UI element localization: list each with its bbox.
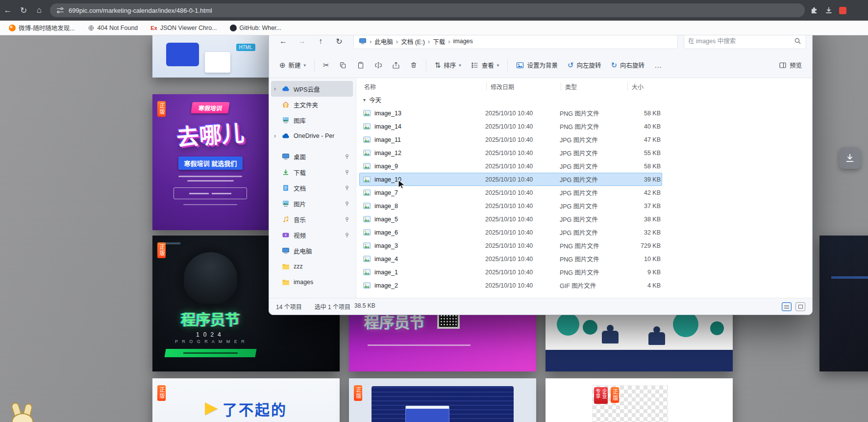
file-size: 32 KB	[626, 229, 661, 236]
sidebar-item-desktop[interactable]: 桌面	[271, 149, 353, 164]
address-bar[interactable]: 699pic.com/marketing-calendar/index/486-…	[50, 3, 805, 17]
breadcrumb-this-pc[interactable]: 此电脑	[374, 37, 393, 46]
table-row[interactable]: image_5 2025/10/10 10:40 JPG 图片文件 38 KB	[359, 212, 662, 226]
extension-avatar-icon[interactable]	[839, 7, 846, 14]
table-row[interactable]: image_3 2025/10/10 10:40 PNG 图片文件 729 KB	[359, 239, 662, 252]
bookmark-404[interactable]: 404 Not Found	[88, 25, 138, 31]
sidebar-item-gallery[interactable]: 图库	[271, 112, 353, 128]
column-header-date[interactable]: 修改日期	[486, 82, 561, 91]
table-row[interactable]: image_13 2025/10/10 10:40 PNG 图片文件 58 KB	[359, 106, 662, 120]
sidebar-item-onedrive[interactable]: › OneDrive - Per	[271, 128, 353, 144]
table-row[interactable]: image_9 2025/10/10 10:40 JPG 图片文件 58 KB	[359, 159, 662, 173]
nav-forward-button[interactable]: →	[294, 34, 310, 49]
table-row[interactable]: image_8 2025/10/10 10:40 JPG 图片文件 37 KB	[359, 199, 662, 212]
file-type: PNG 图片文件	[560, 254, 626, 264]
browser-refresh-button[interactable]: ↻	[16, 5, 31, 16]
poster-graphic	[205, 52, 230, 72]
image-file-icon	[363, 188, 371, 197]
poster-amazing[interactable]: 正版 了不起的	[152, 378, 340, 422]
gallery-icon	[282, 116, 290, 124]
preview-button[interactable]: 预览	[774, 57, 806, 73]
table-row[interactable]: image_6 2025/10/10 10:40 JPG 图片文件 32 KB	[359, 226, 662, 239]
more-options-button[interactable]: …	[650, 57, 666, 73]
details-view-toggle[interactable]	[782, 302, 792, 311]
mascot-graphic[interactable]	[9, 402, 37, 422]
share-button[interactable]	[388, 58, 404, 73]
sidebar-item-music[interactable]: 音乐	[271, 211, 353, 227]
this-pc-icon	[359, 37, 367, 45]
bookmark-weibo[interactable]: 微博-随时随地发现...	[9, 23, 75, 32]
downloads-icon[interactable]	[824, 6, 833, 15]
poster-code-editor[interactable]: 正版	[349, 378, 536, 422]
page-download-button[interactable]	[839, 147, 861, 169]
explorer-search-input[interactable]	[688, 38, 791, 45]
file-date: 2025/10/10 10:40	[485, 150, 560, 157]
sort-button[interactable]: ⇅ 排序 ▾	[430, 57, 466, 73]
sidebar-item-wps-cloud[interactable]: › WPS云盘	[271, 81, 353, 97]
sidebar-label: 音乐	[294, 215, 306, 224]
file-type: GIF 图片文件	[560, 281, 626, 290]
rotate-right-button[interactable]: ↻ 向右旋转	[606, 57, 649, 73]
column-header-type[interactable]: 类型	[561, 82, 627, 91]
breadcrumb[interactable]: › 此电脑 › 文档 (E:) › 下载 › images	[353, 33, 678, 49]
nav-back-button[interactable]: ←	[275, 34, 292, 49]
nav-up-button[interactable]: ↑	[312, 34, 329, 49]
rename-button[interactable]	[370, 58, 387, 73]
icons-view-toggle[interactable]	[795, 302, 805, 311]
paste-button[interactable]	[352, 58, 369, 73]
sidebar-item-images[interactable]: images	[271, 274, 353, 290]
table-row[interactable]: image_11 2025/10/10 10:40 JPG 图片文件 47 KB	[359, 133, 662, 146]
search-icon[interactable]	[794, 37, 802, 45]
browser-back-button[interactable]: ←	[0, 5, 16, 15]
sidebar-item-this-pc[interactable]: 此电脑	[271, 243, 353, 259]
image-file-icon	[363, 281, 371, 290]
pin-icon	[344, 185, 350, 191]
cloud-icon	[282, 85, 290, 93]
file-name: image_10	[374, 176, 485, 183]
bookmark-github[interactable]: GitHub: Wher...	[230, 25, 281, 31]
file-type: JPG 图片文件	[560, 214, 626, 224]
preview-label: 预览	[790, 60, 802, 70]
sidebar-item-downloads[interactable]: 下载	[271, 164, 353, 180]
expand-chevron-icon[interactable]: ›	[274, 132, 276, 139]
mouse-cursor	[398, 180, 407, 189]
group-label: 今天	[369, 95, 381, 105]
delete-button[interactable]	[405, 58, 422, 73]
file-type: JPG 图片文件	[560, 161, 626, 171]
file-date: 2025/10/10 10:40	[485, 203, 560, 210]
site-info-icon[interactable]	[56, 6, 65, 15]
copy-button[interactable]	[335, 58, 351, 73]
cut-button[interactable]: ✂	[319, 57, 334, 73]
sidebar-item-pictures[interactable]: 图片	[271, 196, 353, 211]
rotate-left-button[interactable]: ↺ 向左旋转	[563, 57, 606, 73]
breadcrumb-downloads[interactable]: 下载	[433, 37, 445, 46]
table-row[interactable]: image_4 2025/10/10 10:40 PNG 图片文件 10 KB	[359, 252, 662, 265]
image-file-icon	[363, 109, 371, 117]
breadcrumb-documents-e[interactable]: 文档 (E:)	[401, 37, 425, 46]
sidebar-item-videos[interactable]: 视频	[271, 227, 353, 243]
table-row[interactable]: image_2 2025/10/10 10:40 GIF 图片文件 4 KB	[359, 279, 662, 292]
table-row[interactable]: image_14 2025/10/10 10:40 PNG 图片文件 40 KB	[359, 120, 662, 133]
new-button[interactable]: ⊕ 新建 ▾	[275, 57, 310, 73]
chevron-right-icon: ›	[428, 38, 430, 45]
sidebar-item-documents[interactable]: 文档	[271, 180, 353, 196]
poster-right-edge[interactable]	[819, 236, 868, 371]
browser-home-button[interactable]: ⌂	[31, 5, 47, 15]
expand-chevron-icon[interactable]: ›	[274, 85, 276, 92]
url-text[interactable]: 699pic.com/marketing-calendar/index/486-…	[69, 7, 212, 14]
poster-transparent-asset[interactable]: 企业专享 正版	[546, 378, 733, 422]
bookmark-json-viewer[interactable]: Ex JSON Viewer Chro...	[150, 25, 217, 31]
set-as-background-button[interactable]: 设置为背景	[512, 57, 562, 73]
table-row[interactable]: image_12 2025/10/10 10:40 JPG 图片文件 55 KB	[359, 146, 662, 159]
sidebar-item-home-folder[interactable]: 主文件夹	[271, 97, 353, 112]
sidebar-item-zzz[interactable]: zzz	[271, 259, 353, 274]
nav-refresh-button[interactable]: ↻	[331, 34, 347, 49]
column-header-name[interactable]: 名称	[364, 82, 486, 91]
view-button[interactable]: 查看 ▾	[467, 57, 504, 73]
sidebar-label: 视频	[294, 231, 306, 240]
extensions-puzzle-icon[interactable]	[810, 6, 818, 15]
column-header-size[interactable]: 大小	[627, 82, 660, 91]
group-header-today[interactable]: ▾ 今天	[359, 93, 807, 106]
breadcrumb-images[interactable]: images	[453, 38, 473, 45]
table-row[interactable]: image_1 2025/10/10 10:40 PNG 图片文件 9 KB	[359, 265, 662, 279]
